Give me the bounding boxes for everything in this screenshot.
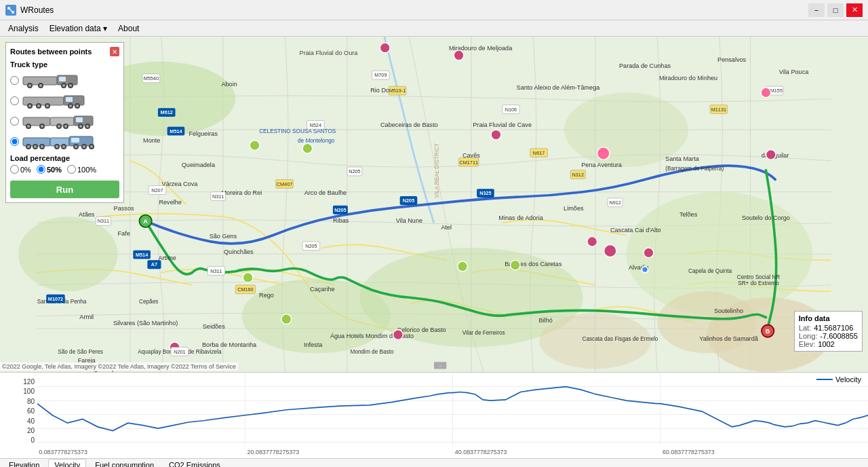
truck-radio-2[interactable] bbox=[10, 96, 19, 105]
svg-text:N312: N312 bbox=[572, 172, 584, 178]
svg-text:CM160: CM160 bbox=[237, 286, 254, 293]
svg-text:N205: N205 bbox=[305, 243, 317, 249]
y-label-100: 100 bbox=[23, 388, 35, 395]
svg-point-134 bbox=[491, 130, 501, 140]
svg-point-187 bbox=[27, 125, 30, 128]
truck-image-1 bbox=[22, 71, 96, 89]
svg-text:Moreira do Rei: Moreira do Rei bbox=[221, 189, 262, 196]
load-options: 0% 50% 100% bbox=[10, 165, 119, 174]
svg-point-137 bbox=[454, 50, 464, 60]
svg-point-207 bbox=[41, 145, 43, 148]
map-area[interactable]: A B Praia Fluvial do Oura Miradouro de M… bbox=[0, 37, 868, 372]
svg-text:Limões: Limões bbox=[564, 205, 584, 212]
svg-point-195 bbox=[79, 125, 82, 128]
truck-radio-3[interactable] bbox=[10, 117, 19, 126]
chart-legend: Velocity bbox=[816, 375, 861, 384]
svg-text:Miradouro do Minheu: Miradouro do Minheu bbox=[659, 75, 717, 81]
load-option-100[interactable]: 100% bbox=[67, 165, 96, 174]
svg-text:Várzea Cova: Várzea Cova bbox=[162, 181, 199, 187]
svg-line-2 bbox=[9, 8, 13, 12]
svg-text:B: B bbox=[766, 328, 770, 335]
map-attribution: ©2022 Google, Tele Atlas, Imagery ©2022 … bbox=[0, 362, 238, 371]
svg-rect-218 bbox=[71, 138, 79, 143]
load-section: Load percentage 0% 50% 100% bbox=[10, 154, 119, 174]
info-lat-row: Lat: 41.5687106 bbox=[799, 324, 858, 332]
truck-image-2 bbox=[22, 92, 96, 109]
svg-point-168 bbox=[69, 84, 72, 87]
svg-point-146 bbox=[604, 244, 616, 257]
menu-analysis[interactable]: Analysis bbox=[3, 22, 44, 35]
load-option-50[interactable]: 50% bbox=[37, 165, 62, 174]
svg-point-11 bbox=[657, 291, 756, 353]
svg-text:Santa Marta: Santa Marta bbox=[665, 155, 700, 162]
run-button[interactable]: Run bbox=[10, 181, 119, 198]
svg-text:Minas de Adoria: Minas de Adoria bbox=[498, 214, 543, 221]
minimize-button[interactable]: − bbox=[808, 3, 825, 17]
svg-text:Silvares (São Martinho): Silvares (São Martinho) bbox=[113, 320, 178, 326]
svg-text:Caçarihe: Caçarihe bbox=[310, 286, 335, 293]
svg-text:40.0837778275373: 40.0837778275373 bbox=[455, 449, 507, 455]
svg-point-197 bbox=[86, 125, 89, 128]
truck-option-3 bbox=[10, 112, 119, 130]
close-button[interactable]: ✕ bbox=[846, 3, 863, 17]
svg-text:Borba de Montanha: Borba de Montanha bbox=[202, 341, 257, 348]
info-box: Info data Lat: 41.5687106 Long: -7.60088… bbox=[794, 311, 863, 352]
svg-text:Centro Social NR: Centro Social NR bbox=[737, 274, 781, 280]
info-box-title: Info data bbox=[799, 314, 858, 322]
svg-text:Arco de Baulhe: Arco de Baulhe bbox=[304, 189, 347, 196]
svg-text:Pensalvos: Pensalvos bbox=[717, 56, 747, 63]
maximize-button[interactable]: □ bbox=[827, 3, 844, 17]
svg-point-205 bbox=[34, 145, 37, 148]
svg-point-7 bbox=[18, 217, 117, 291]
tab-velocity[interactable]: Velocity bbox=[48, 459, 86, 468]
truck-image-4 bbox=[22, 132, 96, 150]
svg-text:Soutelo do Corgo: Soutelo do Corgo bbox=[742, 214, 790, 221]
menu-about[interactable]: About bbox=[113, 22, 144, 35]
tab-co2[interactable]: CO2 Emissions bbox=[163, 459, 226, 468]
svg-point-138 bbox=[380, 43, 390, 53]
truck-radio-1[interactable] bbox=[10, 76, 19, 85]
svg-point-189 bbox=[41, 125, 43, 128]
svg-text:Santo Aleixo de Além-Tâmega: Santo Aleixo de Além-Tâmega bbox=[517, 84, 601, 91]
svg-text:Cepães: Cepães bbox=[139, 299, 158, 305]
svg-rect-198 bbox=[76, 117, 83, 122]
panel-close-button[interactable]: ✕ bbox=[110, 47, 119, 56]
svg-point-213 bbox=[75, 145, 77, 148]
svg-text:São Gens: São Gens bbox=[210, 233, 237, 240]
svg-text:Parada de Cunhas: Parada de Cunhas bbox=[619, 62, 671, 69]
svg-point-145 bbox=[587, 237, 597, 247]
legend-label-velocity: Velocity bbox=[835, 375, 861, 384]
svg-text:Capela de Quinta: Capela de Quinta bbox=[688, 268, 732, 274]
menu-elevation-data[interactable]: Elevation data ▾ bbox=[44, 22, 113, 35]
svg-text:Praia Fluvial do Oura: Praia Fluvial do Oura bbox=[300, 50, 359, 56]
load-label-100: 100% bbox=[77, 166, 96, 174]
side-panel: Routes between points ✕ Truck type bbox=[5, 42, 124, 203]
titlebar-left: WRoutes bbox=[5, 5, 54, 16]
tab-fuel[interactable]: Fuel consumption bbox=[89, 459, 160, 468]
svg-text:Cabeceiras de Basto: Cabeceiras de Basto bbox=[380, 122, 438, 128]
svg-text:CELESTINO SOUSA SANTOS: CELESTINO SOUSA SANTOS bbox=[259, 128, 336, 134]
svg-point-173 bbox=[28, 105, 31, 107]
svg-text:Infesta: Infesta bbox=[304, 341, 323, 348]
legend-line-velocity bbox=[816, 379, 833, 380]
load-section-title: Load percentage bbox=[10, 154, 119, 162]
svg-text:N106: N106 bbox=[505, 107, 517, 113]
truck-radio-4[interactable] bbox=[10, 137, 19, 146]
svg-text:N201: N201 bbox=[174, 349, 185, 355]
load-radio-50[interactable] bbox=[37, 165, 45, 174]
load-radio-0[interactable] bbox=[10, 165, 19, 174]
svg-text:N205: N205 bbox=[334, 207, 346, 213]
svg-text:Celorico de Basto: Celorico de Basto bbox=[397, 326, 446, 333]
svg-text:M514: M514 bbox=[136, 252, 149, 258]
panel-header: Routes between points ✕ bbox=[10, 47, 119, 56]
tab-elevation[interactable]: Elevation bbox=[3, 459, 45, 468]
svg-point-133 bbox=[761, 88, 771, 98]
svg-text:N205: N205 bbox=[349, 168, 360, 174]
svg-text:M709: M709 bbox=[374, 72, 387, 78]
svg-point-211 bbox=[62, 145, 65, 148]
load-option-0[interactable]: 0% bbox=[10, 165, 31, 174]
svg-text:M5540: M5540 bbox=[144, 75, 159, 81]
load-radio-100[interactable] bbox=[67, 165, 76, 174]
svg-text:N207: N207 bbox=[151, 187, 163, 193]
app-icon bbox=[5, 5, 16, 16]
